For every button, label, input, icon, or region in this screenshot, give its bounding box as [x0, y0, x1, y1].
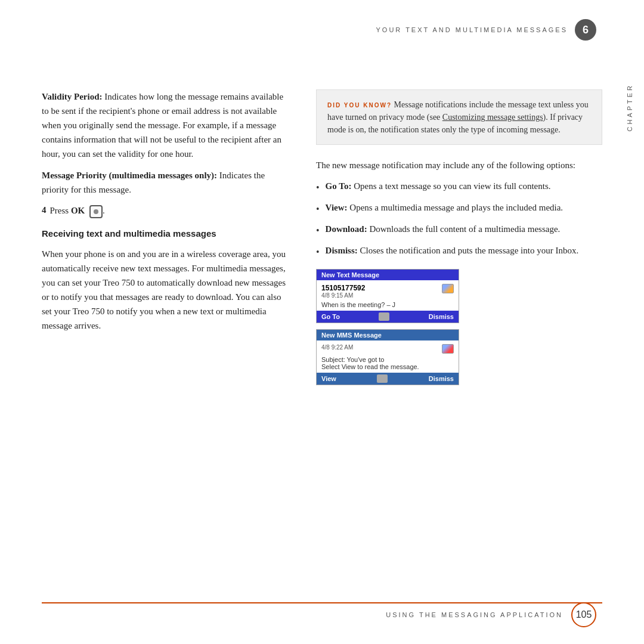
- mms-title-bar: New MMS Message: [317, 330, 459, 340]
- bullet-dot: •: [316, 181, 320, 195]
- message-priority-label: Message Priority (multimedia messages on…: [42, 171, 217, 180]
- page-number-badge: 105: [571, 602, 596, 627]
- bullet-dot: •: [316, 245, 320, 259]
- footer-text: USING THE MESSAGING APPLICATION: [386, 611, 563, 618]
- list-item: • Download: Downloads the full content o…: [316, 222, 602, 238]
- item-text: Go To: Opens a text message so you can v…: [326, 179, 551, 193]
- options-list: • Go To: Opens a text message so you can…: [316, 179, 602, 259]
- item-text: View: Opens a multimedia message and pla…: [326, 201, 564, 215]
- sms-sender: 15105177592: [321, 284, 365, 292]
- mms-body: 4/8 9:22 AM Subject: You've got to Selec…: [317, 340, 459, 373]
- intro-text: The new message notification may include…: [316, 158, 602, 172]
- did-you-know-label: DID YOU KNOW?: [327, 102, 392, 109]
- item-text: Download: Downloads the full content of …: [326, 222, 561, 236]
- chapter-vertical-label: CHAPTER: [626, 83, 633, 132]
- mms-action-bar: View Dismiss: [317, 373, 459, 385]
- header-title: YOUR TEXT AND MULTIMEDIA MESSAGES: [376, 26, 568, 33]
- sms-time: 4/8 9:15 AM: [321, 292, 365, 299]
- phone-screenshots: New Text Message 15105177592 4/8 9:15 AM…: [316, 269, 602, 385]
- step-text: Press OK .: [50, 205, 105, 218]
- bullet-dot: •: [316, 202, 320, 216]
- left-column: Validity Period: Indicates how long the …: [42, 54, 292, 602]
- validity-period-para: Validity Period: Indicates how long the …: [42, 89, 292, 161]
- message-priority-para: Message Priority (multimedia messages on…: [42, 168, 292, 197]
- step-4-line: 4 Press OK .: [42, 205, 292, 218]
- sms-sender-info: 15105177592 4/8 9:15 AM: [321, 284, 365, 299]
- page-footer: USING THE MESSAGING APPLICATION 105: [0, 602, 644, 627]
- chapter-badge: 6: [575, 19, 596, 41]
- sms-body: 15105177592 4/8 9:15 AM When is the meet…: [317, 280, 459, 311]
- step-number: 4: [42, 205, 47, 215]
- validity-period-label: Validity Period:: [42, 92, 103, 101]
- list-item: • Go To: Opens a text message so you can…: [316, 179, 602, 195]
- section-text: When your phone is on and you are in a w…: [42, 247, 292, 333]
- mms-icon: [442, 344, 454, 354]
- sms-center-icon: [379, 312, 389, 321]
- sms-header-row: 15105177592 4/8 9:15 AM: [321, 283, 454, 300]
- list-item: • Dismiss: Closes the notification and p…: [316, 244, 602, 259]
- ok-button-icon: [89, 205, 103, 218]
- mms-time: 4/8 9:22 AM: [321, 344, 353, 351]
- sms-action-bar: Go To Dismiss: [317, 311, 459, 323]
- validity-period-text: Indicates how long the message remains a…: [42, 92, 283, 159]
- sms-goto: Go To: [321, 313, 340, 320]
- phone-screen-mms: New MMS Message 4/8 9:22 AM Subject: You…: [316, 329, 459, 385]
- did-you-know-link: Customizing message settings: [442, 113, 543, 122]
- sms-icon: [442, 284, 454, 293]
- right-column: DID YOU KNOW? Message notifications incl…: [316, 54, 602, 602]
- ok-label: OK: [71, 206, 85, 215]
- sms-message: When is the meeting? – J: [321, 300, 454, 311]
- list-item: • View: Opens a multimedia message and p…: [316, 201, 602, 216]
- item-text: Dismiss: Closes the notification and put…: [326, 244, 579, 258]
- sms-title-bar: New Text Message: [317, 270, 459, 280]
- mms-center-icon: [377, 374, 388, 383]
- page-header: YOUR TEXT AND MULTIMEDIA MESSAGES 6: [376, 19, 597, 41]
- phone-screen-sms: New Text Message 15105177592 4/8 9:15 AM…: [316, 269, 459, 323]
- section-heading: Receiving text and multimedia messages: [42, 227, 292, 241]
- bullet-dot: •: [316, 224, 320, 238]
- sms-dismiss: Dismiss: [429, 313, 454, 320]
- mms-view: View: [321, 375, 336, 382]
- mms-message: Subject: You've got to Select View to re…: [321, 355, 454, 373]
- mms-header-row: 4/8 9:22 AM: [321, 343, 454, 355]
- mms-dismiss: Dismiss: [429, 375, 454, 382]
- did-you-know-box: DID YOU KNOW? Message notifications incl…: [316, 89, 602, 145]
- content-area: Validity Period: Indicates how long the …: [42, 54, 602, 602]
